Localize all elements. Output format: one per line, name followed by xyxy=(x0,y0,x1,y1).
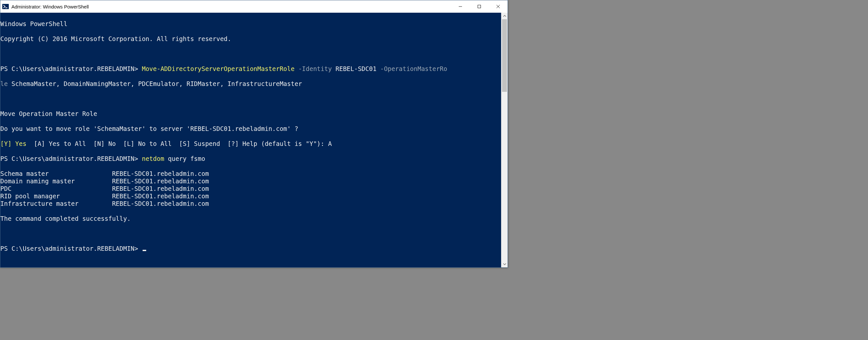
param-name: -OperationMasterRo xyxy=(376,65,447,72)
prompt: PS C:\Users\administrator.REBELADMIN> xyxy=(0,245,142,252)
param-name-cont: le xyxy=(0,80,11,87)
param-value: REBEL-SDC01 xyxy=(336,65,377,72)
confirm-question: Do you want to move role 'SchemaMaster' … xyxy=(0,125,298,132)
param-name: -Identity xyxy=(294,65,336,72)
confirm-default-option: [Y] Yes xyxy=(0,140,26,147)
chevron-up-icon xyxy=(503,14,506,18)
close-button[interactable] xyxy=(489,0,507,13)
prompt: PS C:\Users\administrator.REBELADMIN> xyxy=(0,155,142,162)
svg-rect-3 xyxy=(478,5,481,8)
prompt: PS C:\Users\administrator.REBELADMIN> xyxy=(0,65,142,72)
chevron-down-icon xyxy=(503,262,506,266)
cursor xyxy=(143,250,146,251)
banner-line: Windows PowerShell xyxy=(0,20,67,27)
maximize-icon xyxy=(477,5,481,8)
svg-rect-0 xyxy=(2,4,9,9)
fsmo-row: Schema master REBEL-SDC01.rebeladmin.com xyxy=(0,170,209,177)
fsmo-row: Domain naming master REBEL-SDC01.rebelad… xyxy=(0,178,209,185)
confirm-options: [A] Yes to All [N] No [L] No to All [S] … xyxy=(26,140,332,147)
maximize-button[interactable] xyxy=(470,0,489,13)
powershell-icon xyxy=(2,3,9,10)
titlebar[interactable]: Administrator: Windows PowerShell xyxy=(0,0,507,13)
close-icon xyxy=(496,5,500,8)
powershell-window: Administrator: Windows PowerShell Window… xyxy=(0,0,508,268)
cmd-args: query fsmo xyxy=(164,155,205,162)
copyright-line: Copyright (C) 2016 Microsoft Corporation… xyxy=(0,35,231,42)
scrollbar-track[interactable] xyxy=(501,19,507,261)
cmdlet: Move-ADDirectoryServerOperationMasterRol… xyxy=(142,65,294,72)
vertical-scrollbar[interactable] xyxy=(501,13,507,267)
scroll-up-button[interactable] xyxy=(501,13,507,19)
fsmo-row: PDC REBEL-SDC01.rebeladmin.com xyxy=(0,185,209,192)
fsmo-row: Infrastructure master REBEL-SDC01.rebela… xyxy=(0,200,209,207)
terminal[interactable]: Windows PowerShell Copyright (C) 2016 Mi… xyxy=(0,13,501,267)
cmdlet: netdom xyxy=(142,155,164,162)
client-area: Windows PowerShell Copyright (C) 2016 Mi… xyxy=(0,13,507,267)
fsmo-row: RID pool manager REBEL-SDC01.rebeladmin.… xyxy=(0,192,209,199)
confirm-title: Move Operation Master Role xyxy=(0,110,97,117)
window-title: Administrator: Windows PowerShell xyxy=(11,4,89,9)
completion-line: The command completed successfully. xyxy=(0,215,130,222)
minimize-icon xyxy=(458,5,462,8)
minimize-button[interactable] xyxy=(451,0,470,13)
scroll-down-button[interactable] xyxy=(501,261,507,267)
scrollbar-thumb[interactable] xyxy=(502,19,507,92)
param-value: SchemaMaster, DomainNamingMaster, PDCEmu… xyxy=(11,80,302,87)
